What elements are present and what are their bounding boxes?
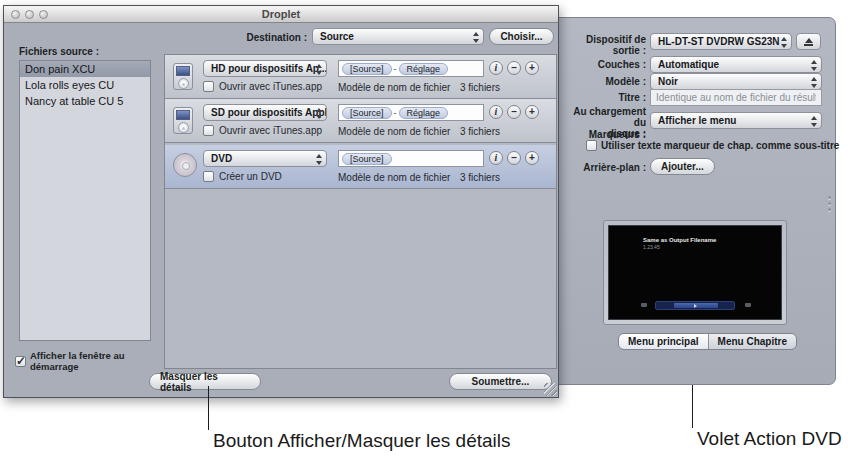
drawer-resize-grip[interactable] <box>827 196 831 218</box>
job-row-sd[interactable]: SD pour dispositifs Apple [Source] - Rég… <box>165 99 556 143</box>
info-button[interactable]: i <box>489 151 503 165</box>
droplet-window: Droplet Fichiers source : Don pain XCU L… <box>3 5 559 398</box>
remove-job-button[interactable]: – <box>507 105 521 119</box>
popup-arrows-icon <box>472 32 479 43</box>
markers-label: Marqueurs : <box>559 129 646 140</box>
add-job-button[interactable]: + <box>525 61 539 75</box>
show-window-at-startup-label: Afficher la fenêtre au démarrage <box>30 350 165 372</box>
choose-destination-button[interactable]: Choisir... <box>489 28 554 45</box>
list-item[interactable]: Don pain XCU <box>20 61 150 77</box>
menu-segmented-control: Menu principal Menu Chapitre <box>618 333 797 350</box>
filename-model-label: Modèle de nom de fichier <box>338 172 450 183</box>
preview-bar-right-tick <box>745 303 751 307</box>
window-title: Droplet <box>262 8 301 20</box>
zoom-button[interactable] <box>39 10 48 19</box>
markers-subtitle-checkbox[interactable] <box>586 140 597 151</box>
dvd-disc-icon <box>173 153 197 177</box>
dvd-menu-preview-frame: Same as Output Filename 1.23.45 <box>603 220 787 325</box>
template-popup[interactable]: Noir <box>650 73 822 90</box>
job-row-hd[interactable]: HD pour dispositifs Ap... [Source] - Rég… <box>165 55 556 99</box>
titlebar[interactable]: Droplet <box>4 6 558 23</box>
open-with-itunes-checkbox[interactable] <box>203 81 214 92</box>
preset-popup-sd[interactable]: SD pour dispositifs Apple <box>203 104 327 121</box>
remove-job-button[interactable]: – <box>507 61 521 75</box>
jobs-panel: HD pour dispositifs Ap... [Source] - Rég… <box>164 54 557 369</box>
popup-arrows-icon <box>315 108 322 119</box>
title-input[interactable] <box>650 89 822 106</box>
source-files-list[interactable]: Don pain XCU Lola rolls eyes CU Nancy at… <box>19 60 151 341</box>
filename-model-label: Modèle de nom de fichier <box>338 82 450 93</box>
setting-token[interactable]: Réglage <box>399 107 449 119</box>
on-disc-load-popup[interactable]: Afficher le menu <box>650 112 822 129</box>
preview-bar-left-tick <box>641 303 647 307</box>
file-count: 3 fichiers <box>460 82 500 93</box>
window-resize-grip[interactable] <box>544 383 557 396</box>
add-job-button[interactable]: + <box>525 105 539 119</box>
layers-popup[interactable]: Automatique <box>650 56 822 73</box>
menu-chapitre-button[interactable]: Menu Chapitre <box>708 334 796 349</box>
output-device-label: Dispositif desortie : <box>559 34 646 56</box>
play-icon <box>694 304 697 308</box>
popup-arrows-icon <box>810 77 817 88</box>
preview-navigation-bar <box>655 301 735 310</box>
destination-label: Destination : <box>164 32 307 43</box>
callout-label-details: Bouton Afficher/Masquer les détails <box>213 430 511 452</box>
popup-arrows-icon <box>315 154 322 165</box>
layers-label: Couches : <box>559 59 646 70</box>
info-button[interactable]: i <box>489 105 503 119</box>
callout-line-dvd-panel <box>692 385 693 428</box>
filename-token-field[interactable]: [Source] - Réglage <box>338 60 484 77</box>
close-button[interactable] <box>11 10 20 19</box>
source-token[interactable]: [Source] <box>342 153 392 165</box>
minimize-button[interactable] <box>25 10 34 19</box>
output-device-popup[interactable]: HL-DT-ST DVDRW GS23N <box>650 33 792 50</box>
add-job-button[interactable]: + <box>525 151 539 165</box>
ipod-device-icon <box>173 63 193 90</box>
preset-popup-hd[interactable]: HD pour dispositifs Ap... <box>203 60 327 77</box>
ipod-device-icon <box>173 107 193 134</box>
file-count: 3 fichiers <box>460 126 500 137</box>
list-item[interactable]: Nancy at table CU 5 <box>20 93 150 109</box>
show-window-at-startup-checkbox[interactable] <box>15 356 26 367</box>
create-dvd-checkbox[interactable] <box>203 171 214 182</box>
destination-popup[interactable]: Source <box>312 28 484 45</box>
filename-model-label: Modèle de nom de fichier <box>338 126 450 137</box>
title-label: Titre : <box>559 92 646 103</box>
eject-button[interactable] <box>796 33 821 50</box>
popup-arrows-icon <box>780 37 787 48</box>
callout-line-details <box>208 386 209 430</box>
preview-menu-title: Same as Output Filename <box>643 237 716 243</box>
job-row-dvd[interactable]: DVD [Source] i – + Créer un DVD Modèle d… <box>165 145 556 189</box>
background-label: Arrière-plan : <box>559 162 646 173</box>
list-item[interactable]: Lola rolls eyes CU <box>20 77 150 93</box>
popup-arrows-icon <box>810 60 817 71</box>
filename-token-field[interactable]: [Source] <box>338 150 484 167</box>
screenshot-stage: Dispositif desortie : HL-DT-ST DVDRW GS2… <box>0 0 848 457</box>
markers-subtitle-checkbox-label: Utiliser texte marqueur de chap. comme s… <box>601 140 839 151</box>
hide-details-button[interactable]: Masquer les détails <box>149 373 261 390</box>
dvd-menu-preview: Same as Output Filename 1.23.45 <box>608 225 782 320</box>
dvd-action-drawer: Dispositif desortie : HL-DT-ST DVDRW GS2… <box>556 17 836 385</box>
template-label: Modèle : <box>559 76 646 87</box>
setting-token[interactable]: Réglage <box>399 63 449 75</box>
menu-principal-button[interactable]: Menu principal <box>619 334 708 349</box>
remove-job-button[interactable]: – <box>507 151 521 165</box>
background-add-button[interactable]: Ajouter... <box>650 158 715 175</box>
submit-button[interactable]: Soumettre... <box>449 373 552 390</box>
callout-label-dvd-panel: Volet Action DVD <box>697 428 842 450</box>
source-token[interactable]: [Source] <box>342 107 392 119</box>
open-with-itunes-checkbox[interactable] <box>203 125 214 136</box>
info-button[interactable]: i <box>489 61 503 75</box>
popup-arrows-icon <box>810 116 817 127</box>
filename-token-field[interactable]: [Source] - Réglage <box>338 104 484 121</box>
eject-icon <box>805 38 813 43</box>
source-files-label: Fichiers source : <box>19 46 99 57</box>
source-token[interactable]: [Source] <box>342 63 392 75</box>
preset-popup-dvd[interactable]: DVD <box>203 150 327 167</box>
preview-menu-subtitle: 1.23.45 <box>643 244 660 250</box>
file-count: 3 fichiers <box>460 172 500 183</box>
popup-arrows-icon <box>315 64 322 75</box>
